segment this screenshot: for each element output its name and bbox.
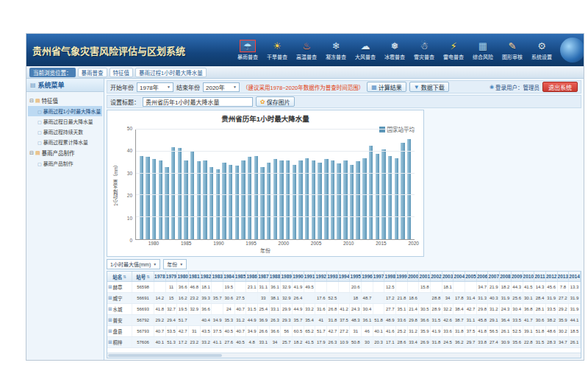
sidebar-item[interactable]: ▢暴雨过程日最大降水量 <box>28 116 102 127</box>
column-header-year[interactable]: 1989 <box>281 272 293 281</box>
table-horizontal-scrollbar[interactable] <box>107 353 581 358</box>
value-cell: 31.2 <box>488 304 500 314</box>
collapse-icon[interactable]: ⊟ <box>29 150 34 156</box>
column-header-year[interactable]: 2012 <box>546 272 558 281</box>
column-header-year[interactable]: 2001 <box>419 272 431 281</box>
toolbar-item-snow[interactable]: ☃雪灾普查 <box>410 40 438 60</box>
column-header-year[interactable]: 2013 <box>558 272 570 281</box>
column-header-year[interactable]: 2008 <box>500 272 512 281</box>
chart-plot <box>135 130 415 240</box>
column-header-year[interactable]: 1988 <box>270 272 282 281</box>
value-cell: 36.1 <box>362 315 373 325</box>
sidebar-folder[interactable]: ⊟▤特征值 <box>28 95 102 106</box>
column-header-year[interactable]: 2005 <box>465 272 477 281</box>
value-cell: 39.3 <box>201 293 212 303</box>
toolbar-item-rainstorm[interactable]: ☂暴雨普查 <box>234 40 262 60</box>
year-filter[interactable]: 年份 ▼ <box>163 259 187 269</box>
save-image-button[interactable]: ✿ 保存图片 <box>256 96 295 107</box>
sort-icon[interactable]: ⇅ <box>146 275 150 279</box>
column-header-year[interactable]: 2004 <box>453 272 465 281</box>
toolbar-item-freeze[interactable]: ❄凝冻普查 <box>322 40 350 60</box>
table-row[interactable]: ⊞威宁5669114.21516.223.239.335.730.627.533… <box>107 293 581 304</box>
toolbar-item-settings[interactable]: ⚙系统设置 <box>528 40 556 60</box>
column-header-year[interactable]: 2014 <box>569 272 581 281</box>
table-row[interactable]: ⊞水城5669341.832.719.532.936.62440.731.525… <box>107 304 581 315</box>
expand-icon[interactable]: ⊞ <box>108 339 112 345</box>
toolbar-item-drought[interactable]: ☀干旱普查 <box>263 40 291 60</box>
column-header-year[interactable]: 1980 <box>177 272 189 281</box>
scrollbar-thumb[interactable] <box>108 354 222 357</box>
x-tick-label <box>272 241 279 247</box>
column-header-year[interactable]: 2010 <box>523 272 535 281</box>
value-cell: 44.3 <box>512 282 523 292</box>
toolbar-item-graphic-review[interactable]: ✎图形审核 <box>498 40 526 60</box>
expand-icon[interactable]: ⊞ <box>108 284 112 290</box>
breadcrumb-item[interactable]: 特征值 <box>110 68 134 77</box>
column-header-year[interactable]: 1994 <box>339 272 351 281</box>
sidebar-item[interactable]: ▢暴雨过程1小时最大降水量 <box>28 106 102 116</box>
value-cell: 30.4 <box>512 304 523 314</box>
value-cell: 29.9 <box>281 304 293 314</box>
sidebar-item[interactable]: ▢暴雨过程持续天数 <box>28 127 102 137</box>
column-header-year[interactable]: 1982 <box>201 272 212 281</box>
column-header-year[interactable]: 1993 <box>327 272 339 281</box>
collapse-icon[interactable]: ⊟ <box>29 98 34 104</box>
toolbar-item-label: 暴雨普查 <box>237 53 258 60</box>
expand-icon[interactable]: ⊞ <box>108 328 112 334</box>
column-header-year[interactable]: 1983 <box>212 272 223 281</box>
logout-button[interactable]: 退出系统 <box>542 82 578 92</box>
value-cell: 34.7 <box>558 337 570 347</box>
column-header-station-id[interactable]: 站号⇅ <box>132 272 154 281</box>
value-cell: 33.5 <box>546 304 558 314</box>
column-header-year[interactable]: 1991 <box>304 272 316 281</box>
column-header-year[interactable]: 1979 <box>166 272 178 281</box>
metric-filter[interactable]: 1小时最大值(mm) ▼ <box>107 259 160 269</box>
column-header-year[interactable]: 1985 <box>235 272 247 281</box>
start-year-select[interactable]: 1978年 ▼ <box>137 82 173 92</box>
column-header-year[interactable]: 2011 <box>534 272 546 281</box>
sidebar-item[interactable]: ▢暴雨产品制作 <box>28 158 102 169</box>
calculate-button[interactable]: ▦ 计算结果 <box>367 82 406 92</box>
breadcrumb-item[interactable]: 暴雨过程1小时最大降水量 <box>135 68 207 77</box>
column-header-year[interactable]: 1990 <box>293 272 304 281</box>
end-year-select[interactable]: 2020年 ▼ <box>203 82 240 92</box>
table-row[interactable]: ⊞桐梓5760640.151.317.223.233.241.127.640.5… <box>107 337 581 348</box>
sidebar-folder[interactable]: ⊟▤暴雨产品制作 <box>28 147 102 158</box>
column-header-year[interactable]: 1996 <box>362 272 373 281</box>
table-row[interactable]: ⊞盘县5679340.753.542.73143.537.540.540.734… <box>107 326 581 337</box>
column-header-year[interactable]: 1992 <box>315 272 327 281</box>
column-header-year[interactable]: 1984 <box>223 272 235 281</box>
toolbar-item-composite-risk[interactable]: ▦综合风险 <box>469 40 497 60</box>
toolbar-item-wind[interactable]: ☁大风普查 <box>351 40 379 60</box>
expand-icon[interactable]: ⊞ <box>108 306 112 312</box>
sort-icon[interactable]: ⇅ <box>123 275 126 279</box>
value-cell: 52.5 <box>512 326 523 336</box>
sidebar-item[interactable]: ▢暴雨过程累计降水量 <box>28 137 102 147</box>
expand-icon[interactable]: ⊞ <box>108 295 112 301</box>
column-header-year[interactable]: 1995 <box>350 272 362 281</box>
download-button[interactable]: ▼ 数据下载 <box>409 82 449 92</box>
table-row[interactable]: ⊞普安5679229.229.451.740.434.935.331.244.9… <box>107 315 581 326</box>
column-header-year[interactable]: 1978 <box>154 272 166 281</box>
toolbar-item-hail[interactable]: ❅冰雹普查 <box>381 40 409 60</box>
column-header-year[interactable]: 1987 <box>258 272 270 281</box>
column-header-year[interactable]: 2000 <box>408 272 420 281</box>
column-header-year[interactable]: 2009 <box>512 272 523 281</box>
toolbar-item-high-temp[interactable]: ♨高温普查 <box>293 40 320 60</box>
chart-title-input[interactable] <box>143 97 253 107</box>
column-header-year[interactable]: 1998 <box>384 272 396 281</box>
column-header-station-name[interactable]: 站名⇅ <box>107 272 132 281</box>
column-header-year[interactable]: 2007 <box>488 272 500 281</box>
table-row[interactable]: ⊞赫章565981136.646.818.119.523.131.136.132… <box>107 282 581 293</box>
page-icon: ▢ <box>37 109 42 114</box>
expand-icon[interactable]: ⊞ <box>108 317 112 323</box>
column-header-year[interactable]: 1997 <box>373 272 385 281</box>
column-header-year[interactable]: 1999 <box>396 272 408 281</box>
column-header-year[interactable]: 2006 <box>477 272 489 281</box>
toolbar-item-lightning[interactable]: ⚡雷电普查 <box>440 40 467 60</box>
breadcrumb-item[interactable]: 暴雨普查 <box>78 68 107 77</box>
column-header-year[interactable]: 1981 <box>189 272 201 281</box>
column-header-year[interactable]: 2002 <box>431 272 442 281</box>
column-header-year[interactable]: 1986 <box>246 272 258 281</box>
column-header-year[interactable]: 2003 <box>442 272 454 281</box>
